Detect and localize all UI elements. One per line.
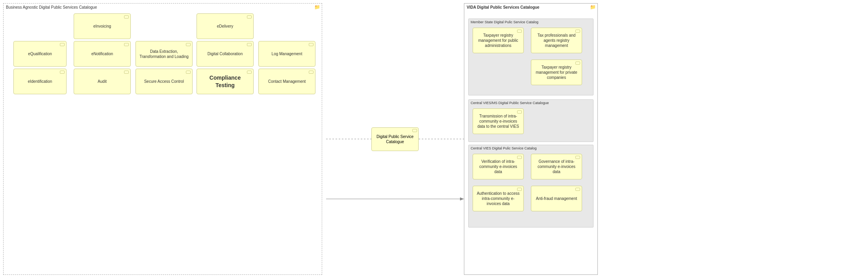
card-label-digital-collaboration: Digital Collaboration (208, 51, 243, 56)
card-label-data-extraction: Data Extraction, Transformation and Load… (139, 49, 189, 59)
central-box-icon (412, 129, 417, 132)
service-card-anti-fraud[interactable]: Anti-fraud management (531, 186, 582, 211)
card-label-taxpayer-public: Taxpayer registry management for public … (476, 33, 520, 48)
service-card-eidentification[interactable]: eIdentification (13, 69, 67, 94)
card-menu-icon-secure-access[interactable] (186, 71, 191, 74)
card-menu-icon-audit[interactable] (124, 71, 129, 74)
sub-panel-title-central-vies: Central VIES Digital Pulic Service Catal… (469, 145, 539, 151)
card-label-edelivery: eDelivery (217, 24, 234, 29)
card-label-log-management: Log Management (272, 51, 302, 56)
central-box-label: Digital Public Service Catalogue (372, 133, 418, 145)
card-menu-icon-verification[interactable] (517, 156, 522, 159)
card-label-anti-fraud: Anti-fraud management (536, 196, 577, 201)
service-card-edelivery[interactable]: eDelivery (197, 13, 254, 39)
service-card-audit[interactable]: Audit (74, 69, 131, 94)
service-card-log-management[interactable]: Log Management (258, 41, 315, 67)
service-card-taxpayer-public[interactable]: Taxpayer registry management for public … (473, 28, 524, 53)
service-card-verification[interactable]: Verification of intra-community e-invoic… (473, 154, 524, 179)
central-box[interactable]: Digital Public Service Catalogue (371, 127, 419, 151)
card-menu-icon-digital-collaboration[interactable] (247, 43, 252, 46)
card-menu-icon-log-management[interactable] (309, 43, 313, 46)
card-menu-icon-edelivery[interactable] (247, 15, 252, 19)
card-label-authentication: Authentication to access intra-community… (476, 191, 520, 206)
card-menu-icon-data-extraction[interactable] (186, 43, 191, 46)
sub-panel-member-state: Member State Digital Pulic Service Catal… (468, 19, 594, 95)
card-label-compliance-testing: Compliance Testing (200, 74, 250, 88)
left-panel: Business Agnostic Digital Public Service… (3, 3, 322, 275)
card-label-equalification: eQualification (28, 51, 52, 56)
sub-panel-central-vies-ms: Central VIES/MS Digital Public Service C… (468, 99, 594, 142)
sub-panel-title-member-state: Member State Digital Pulic Service Catal… (469, 19, 540, 25)
right-panel: VIDA Digital Public Services Catalogue 📁… (464, 3, 598, 275)
card-menu-icon-eidentification[interactable] (60, 71, 65, 74)
card-label-taxpayer-private: Taxpayer registry management for private… (534, 65, 579, 80)
service-card-compliance-testing[interactable]: Compliance Testing (197, 69, 254, 94)
card-menu-icon-equalification[interactable] (60, 43, 65, 46)
card-menu-icon-taxpayer-public[interactable] (517, 30, 522, 33)
service-card-transmission[interactable]: Transmission of intra-community e-invoic… (473, 108, 524, 134)
card-menu-icon-tax-professionals[interactable] (575, 30, 580, 33)
card-label-secure-access: Secure Access Control (144, 79, 184, 84)
service-card-contact-management[interactable]: Contact Management (258, 69, 315, 94)
service-card-authentication[interactable]: Authentication to access intra-community… (473, 186, 524, 211)
card-label-eidentification: eIdentification (28, 79, 52, 84)
main-container: Business Agnostic Digital Public Service… (0, 0, 868, 278)
right-panel-title: VIDA Digital Public Services Catalogue (464, 4, 542, 11)
card-label-contact-management: Contact Management (268, 79, 306, 84)
sub-panel-title-central-vies-ms: Central VIES/MS Digital Public Service C… (469, 100, 551, 106)
right-panel-folder-icon[interactable]: 📁 (590, 4, 596, 10)
service-card-digital-collaboration[interactable]: Digital Collaboration (197, 41, 254, 67)
service-card-governance[interactable]: Governance of intra-community e-invoices… (531, 154, 582, 179)
service-card-secure-access[interactable]: Secure Access Control (135, 69, 193, 94)
card-label-audit: Audit (98, 79, 107, 84)
service-card-equalification[interactable]: eQualification (13, 41, 67, 67)
card-menu-icon-taxpayer-private[interactable] (575, 62, 580, 65)
card-menu-icon-einvoicing[interactable] (124, 15, 129, 19)
card-label-enotification: eNotification (91, 51, 113, 56)
card-menu-icon-governance[interactable] (575, 156, 580, 159)
service-card-data-extraction[interactable]: Data Extraction, Transformation and Load… (135, 41, 193, 67)
service-card-einvoicing[interactable]: eInvoicing (74, 13, 131, 39)
card-label-einvoicing: eInvoicing (93, 24, 111, 29)
service-card-tax-professionals[interactable]: Tax professionals and agents registry ma… (531, 28, 582, 53)
card-label-transmission: Transmission of intra-community e-invoic… (476, 114, 520, 129)
middle-area: Digital Public Service Catalogue (326, 3, 464, 275)
service-card-enotification[interactable]: eNotification (74, 41, 131, 67)
card-menu-icon-anti-fraud[interactable] (575, 188, 580, 191)
service-card-taxpayer-private[interactable]: Taxpayer registry management for private… (531, 60, 582, 85)
card-menu-icon-enotification[interactable] (124, 43, 129, 46)
card-menu-icon-contact-management[interactable] (309, 71, 313, 74)
card-label-verification: Verification of intra-community e-invoic… (476, 159, 520, 174)
card-label-tax-professionals: Tax professionals and agents registry ma… (534, 33, 579, 48)
svg-marker-5 (460, 197, 464, 200)
card-menu-icon-authentication[interactable] (517, 188, 522, 191)
sub-panel-central-vies: Central VIES Digital Pulic Service Catal… (468, 145, 594, 228)
card-label-governance: Governance of intra-community e-invoices… (534, 159, 579, 174)
card-menu-icon-compliance-testing[interactable] (247, 71, 252, 74)
card-menu-icon-transmission[interactable] (517, 110, 522, 114)
